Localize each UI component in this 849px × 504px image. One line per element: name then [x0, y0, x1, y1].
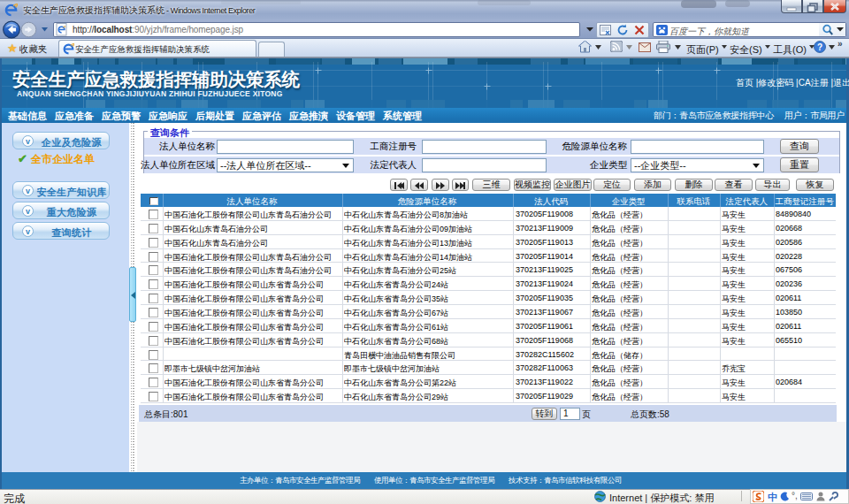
svg-text:?: ?: [817, 42, 822, 52]
